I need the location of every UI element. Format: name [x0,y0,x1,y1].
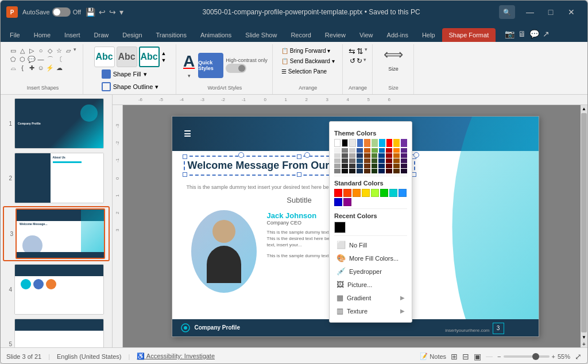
undo-icon[interactable]: ↩ [99,7,106,17]
wordart-btn-1[interactable]: Abc [94,47,115,67]
shade-4-7[interactable] [378,164,385,168]
shape-star[interactable]: ☆ [55,47,63,55]
close-button[interactable]: ✕ [561,3,582,21]
shade-2-3[interactable] [349,153,355,158]
shade-3-4[interactable] [357,158,363,163]
shade-1-3[interactable] [349,148,355,153]
shape-line[interactable]: — [37,55,45,63]
tab-animations[interactable]: Animations [194,28,238,42]
shade-3-3[interactable] [349,158,355,163]
shape-diamond[interactable]: ◇ [46,47,54,55]
std-color-dodgerblue[interactable] [399,189,407,197]
theme-color-cyan[interactable] [379,139,385,147]
send-backward-btn[interactable]: 📋 Send Backward ▾ [278,57,338,65]
shade-4-2[interactable] [342,164,348,168]
std-color-lime[interactable] [371,189,379,197]
shade-1-8[interactable] [386,148,392,153]
bring-forward-btn[interactable]: 📋 Bring Forward ▾ [278,47,338,55]
tab-file[interactable]: File [3,28,27,42]
monitor-icon[interactable]: 🖥 [518,29,526,38]
quick-styles-btn[interactable]: Quick Styles [198,53,223,78]
shade-3-7[interactable] [378,158,385,163]
v-scrollbar[interactable]: ▲ ▼ + [581,105,587,347]
theme-color-gray[interactable] [349,139,355,147]
selection-pane-btn[interactable]: ☰ Selection Pane [278,67,338,76]
shade-2-8[interactable] [386,153,392,158]
shade-5-9[interactable] [393,169,400,173]
std-color-purple[interactable] [343,198,351,206]
shape-arc[interactable]: ⌓ [9,64,17,72]
shade-2-9[interactable] [393,153,400,158]
shade-2-4[interactable] [357,153,363,158]
redo-icon[interactable]: ↪ [109,7,116,17]
save-icon[interactable]: 💾 [86,7,95,17]
tab-record[interactable]: Record [284,28,318,42]
status-view-normal[interactable]: ⊞ [451,352,458,361]
shade-3-1[interactable] [334,158,341,163]
menu-gradient[interactable]: ▦ Gradient ▶ [334,291,407,304]
shade-3-8[interactable] [386,158,392,163]
scroll-bottom-btn[interactable]: + [581,340,587,347]
theme-color-red[interactable] [386,139,393,147]
shade-3-5[interactable] [364,158,370,163]
shade-2-5[interactable] [364,153,370,158]
shape-curve[interactable]: ⌒ [46,55,54,63]
text-a-button[interactable]: A [182,52,196,71]
std-color-teal[interactable] [389,189,397,197]
shade-1-5[interactable] [364,148,370,153]
shape-hexagon[interactable]: ⬡ [18,55,26,63]
shade-3-9[interactable] [393,158,400,163]
shape-callout[interactable]: 💬 [28,55,36,63]
fit-slide-btn[interactable]: ⤢ [575,352,582,361]
tab-home[interactable]: Home [27,28,57,42]
slide-thumb-5[interactable]: 5 [3,317,110,347]
tab-review[interactable]: Review [318,28,353,42]
tab-draw[interactable]: Draw [87,28,116,42]
shade-2-6[interactable] [372,153,378,158]
shade-2-10[interactable] [401,153,407,158]
align-icon[interactable]: ⇅ [357,47,363,56]
shade-3-2[interactable] [342,158,348,163]
zoom-out-btn[interactable]: − [497,353,501,360]
scroll-down-btn[interactable]: ▼ [581,334,587,340]
slide-thumb-3[interactable]: 3 Welcome Message... [3,206,110,261]
shade-4-3[interactable] [349,164,355,168]
wordart-btn-3[interactable]: Abc [139,47,160,67]
menu-eyedropper[interactable]: 💉 Eyedropper [334,265,407,278]
align-left-icon[interactable]: ⇆ [349,47,355,56]
autosave-toggle[interactable] [52,7,71,17]
recent-color-black[interactable] [334,222,346,233]
std-color-blue[interactable] [334,198,342,206]
tab-addins[interactable]: Add-ins [380,28,415,42]
camera-icon[interactable]: 📷 [505,29,514,38]
zoom-in-btn[interactable]: + [552,353,555,360]
shade-1-10[interactable] [401,148,407,153]
theme-color-black[interactable] [342,139,348,147]
theme-color-purple[interactable] [401,139,407,147]
accessibility-label[interactable]: ♿ Accessibility: Investigate [137,353,215,360]
shape-cloud[interactable]: ☁ [55,64,63,72]
shade-5-3[interactable] [349,169,355,173]
shade-4-5[interactable] [364,164,370,168]
shade-5-7[interactable] [378,169,385,173]
shape-brace[interactable]: { [18,64,26,72]
shade-5-2[interactable] [342,169,348,173]
tab-shape-format[interactable]: Shape Format [442,28,496,42]
notes-btn[interactable]: 📝 Notes [420,353,446,360]
slide-thumb-2[interactable]: 2 About Us [3,152,110,204]
customize-icon[interactable]: ▾ [119,7,123,17]
shape-rect[interactable]: ▭ [9,47,17,55]
std-color-orange-red[interactable] [343,189,351,197]
zoom-percent[interactable]: 55% [558,353,570,360]
shape-fill-btn[interactable]: Shape Fill ▾ [98,68,163,80]
shade-2-1[interactable] [334,153,341,158]
shade-5-8[interactable] [386,169,392,173]
shade-5-6[interactable] [372,169,378,173]
shape-smiley[interactable]: ☺ [37,64,45,72]
status-view-slide-sorter[interactable]: ⊟ [462,352,469,361]
shade-4-1[interactable] [334,164,341,168]
shapes-expand[interactable]: ▾ [74,47,76,55]
shade-1-9[interactable] [393,148,400,153]
slide-thumb-1[interactable]: 1 Company Profile [3,97,110,150]
shape-lightning[interactable]: ⚡ [46,64,54,72]
